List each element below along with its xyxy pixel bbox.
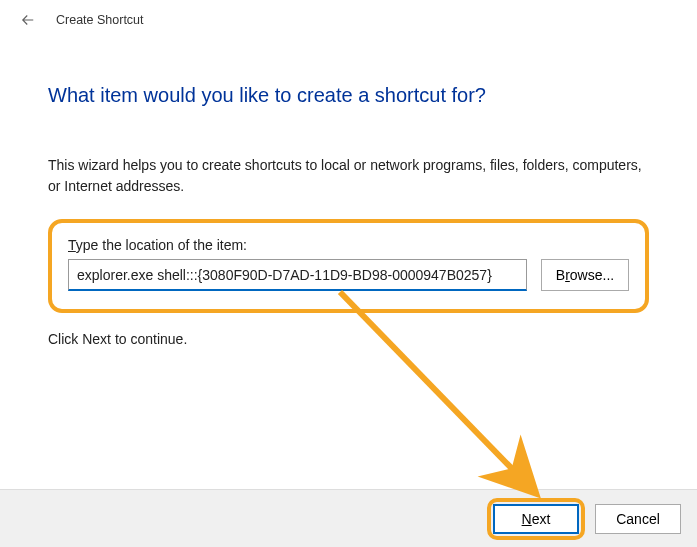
browse-button[interactable]: Browse... [541,259,629,291]
next-button-highlight: Next [487,498,585,540]
wizard-description: This wizard helps you to create shortcut… [48,155,649,197]
location-label: Type the location of the item: [68,237,629,253]
continue-text: Click Next to continue. [48,331,649,347]
next-button[interactable]: Next [493,504,579,534]
page-heading: What item would you like to create a sho… [48,84,649,107]
location-input-row: Browse... [68,259,629,291]
wizard-content: What item would you like to create a sho… [0,38,697,347]
wizard-title: Create Shortcut [56,13,144,27]
back-arrow-icon[interactable] [18,10,38,30]
cancel-button[interactable]: Cancel [595,504,681,534]
wizard-footer: Next Cancel [0,489,697,547]
location-input[interactable] [68,259,527,291]
location-field-highlight: Type the location of the item: Browse... [48,219,649,313]
wizard-header: Create Shortcut [0,0,697,38]
